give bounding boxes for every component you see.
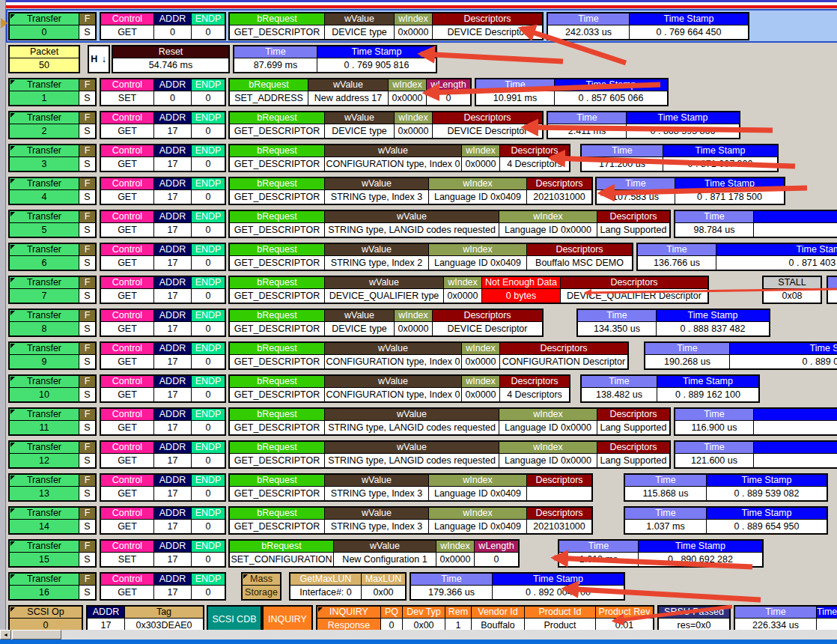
transfer-2-endp[interactable]: ENDP0	[192, 112, 225, 138]
transfer-2[interactable]: Transfer2FSControlGETADDR17ENDP0bRequest…	[0, 111, 837, 139]
transfer-12-endp[interactable]: ENDP0	[192, 442, 225, 467]
scsi-op-0-inquiry[interactable]: INQUIRYResponse	[317, 607, 380, 632]
transfer-16-control[interactable]: ControlGET	[101, 574, 153, 599]
scsi-op-0-srsu-passed[interactable]: SRSU Passedres=0x0	[659, 607, 729, 632]
transfer-9-brequest[interactable]: bRequestGET_DESCRIPTOR	[230, 343, 324, 368]
transfer-8-windex[interactable]: wIndex0x0000	[395, 310, 432, 335]
transfer-0[interactable]: Transfer0FSControlGETADDR0ENDP0bRequestG…	[0, 12, 837, 40]
scsi-op-0-time[interactable]: Time226.334 us	[735, 607, 816, 632]
transfer-5-time[interactable]: Time98.784 us	[675, 211, 753, 237]
transfer-4-windex[interactable]: wIndexLanguage ID 0x0409	[429, 178, 526, 204]
scsi-op-0-scsi-op[interactable]: SCSI Op0	[10, 607, 82, 632]
horizontal-scrollbar[interactable]: ◄	[0, 630, 837, 640]
transfer-5-addr[interactable]: ADDR17	[154, 211, 191, 237]
transfer-4-wvalue[interactable]: wValueSTRING type, Index 3	[325, 178, 428, 204]
transfer-8-wvalue[interactable]: wValueDEVICE type	[325, 310, 394, 335]
transfer-9-time-stamp[interactable]: Time Stamp0 . 889 017 000	[730, 343, 837, 368]
transfer-2-time-stamp[interactable]: Time Stamp0 . 868 595 866	[627, 112, 739, 138]
transfer-14-brequest[interactable]: bRequestGET_DESCRIPTOR	[230, 508, 324, 533]
transfer-6-time-stamp[interactable]: Time Stamp0 . 871 403 500	[716, 244, 837, 270]
transfer-12-f[interactable]: FS	[79, 442, 95, 467]
transfer-1-windex[interactable]: wIndex0x0000	[389, 79, 426, 105]
transfer-3-time[interactable]: Time171.200 us	[582, 145, 663, 171]
expand-marker-icon[interactable]	[243, 574, 248, 579]
transfer-7-transfer[interactable]: Transfer7	[10, 277, 79, 303]
transfer-5-endp[interactable]: ENDP0	[192, 211, 225, 237]
transfer-13[interactable]: Transfer13FSControlGETADDR17ENDP0bReques…	[0, 473, 837, 502]
scrollbar-thumb[interactable]	[12, 630, 61, 640]
transfer-10-time-stamp[interactable]: Time Stamp0 . 889 162 100	[657, 376, 758, 401]
transfer-7-descriptors[interactable]: DescriptorsDEVICE_QUALIFIER Descriptor	[561, 277, 707, 303]
transfer-6-brequest[interactable]: bRequestGET_DESCRIPTOR	[230, 244, 324, 270]
transfer-7[interactable]: Transfer7FSControlGETADDR17ENDP0bRequest…	[0, 276, 837, 304]
transfer-6-transfer[interactable]: Transfer6	[10, 244, 79, 270]
transfer-5-f[interactable]: FS	[79, 211, 95, 237]
transfer-12-windex[interactable]: wIndexLanguage ID 0x0000	[499, 442, 597, 467]
packet-50[interactable]: Packet50H ↓Reset54.746 msTime87.699 msTi…	[0, 45, 837, 73]
transfer-15-transfer[interactable]: Transfer15	[10, 541, 79, 566]
transfer-11[interactable]: Transfer11FSControlGETADDR17ENDP0bReques…	[0, 407, 837, 436]
scroll-left-button[interactable]: ◄	[0, 630, 11, 640]
transfer-0-f[interactable]: FS	[79, 13, 95, 39]
transfer-11-wvalue[interactable]: wValueSTRING type, LANGID codes requeste…	[325, 409, 499, 434]
transfer-9-addr[interactable]: ADDR17	[154, 343, 191, 368]
transfer-14-f[interactable]: FS	[79, 508, 95, 533]
transfer-13-windex[interactable]: wIndexLanguage ID 0x0409	[429, 475, 526, 500]
scsi-op-0-addr[interactable]: ADDR17	[88, 607, 124, 632]
transfer-1-endp[interactable]: ENDP0	[192, 79, 225, 105]
transfer-6-f[interactable]: FS	[79, 244, 95, 270]
transfer-16-getmaxlun[interactable]: GetMaxLUNInterface#: 0	[290, 574, 361, 599]
expand-marker-icon[interactable]	[10, 14, 15, 19]
transfer-9-descriptors[interactable]: DescriptorsCONFIGURATION Descriptor	[500, 343, 627, 368]
packet-50-time-stamp[interactable]: Time Stamp0 . 769 905 816	[317, 46, 436, 72]
transfer-16-time[interactable]: Time179.366 us	[411, 574, 492, 599]
transfer-14-time-stamp[interactable]: Time Stamp0 . 889 654 950	[707, 508, 827, 533]
transfer-3-endp[interactable]: ENDP0	[192, 145, 225, 171]
transfer-15-endp[interactable]: ENDP0	[192, 541, 225, 566]
scsi-op-0-tag[interactable]: Tag0x303DEAE0	[125, 607, 203, 632]
transfer-1-transfer[interactable]: Transfer1	[10, 79, 79, 105]
transfer-5-windex[interactable]: wIndexLanguage ID 0x0000	[499, 211, 597, 237]
transfer-16-addr[interactable]: ADDR17	[154, 574, 191, 599]
transfer-0-time-stamp[interactable]: Time Stamp0 . 769 664 450	[630, 13, 748, 39]
transfer-7-endp[interactable]: ENDP0	[192, 277, 225, 303]
expand-marker-icon[interactable]	[318, 607, 323, 612]
transfer-11-brequest[interactable]: bRequestGET_DESCRIPTOR	[230, 409, 324, 434]
transfer-7-control[interactable]: ControlGET	[101, 277, 153, 303]
transfer-5-control[interactable]: ControlGET	[101, 211, 153, 237]
transfer-7-addr[interactable]: ADDR17	[154, 277, 191, 303]
transfer-13-transfer[interactable]: Transfer13	[10, 475, 79, 500]
transfer-8-time-stamp[interactable]: Time Stamp0 . 888 837 482	[657, 310, 769, 335]
transfer-6-descriptors[interactable]: DescriptorsBouffalo MSC DEMO	[527, 244, 632, 270]
transfer-11-transfer[interactable]: Transfer11	[10, 409, 79, 434]
transfer-11-control[interactable]: ControlGET	[101, 409, 153, 434]
transfer-3-f[interactable]: FS	[79, 145, 95, 171]
transfer-2-windex[interactable]: wIndex0x0000	[395, 112, 432, 138]
expand-marker-icon[interactable]	[10, 377, 15, 381]
transfer-11-endp[interactable]: ENDP0	[192, 409, 225, 434]
expand-marker-icon[interactable]	[10, 410, 15, 414]
transfer-12-descriptors[interactable]: DescriptorsLang Supported	[597, 442, 669, 467]
transfer-14-control[interactable]: ControlGET	[101, 508, 153, 533]
scsi-op-0-dev-typ[interactable]: Dev Typ0x00	[403, 607, 445, 632]
transfer-2-transfer[interactable]: Transfer2	[10, 112, 79, 138]
transfer-11-addr[interactable]: ADDR17	[154, 409, 191, 434]
transfer-15-control[interactable]: ControlSET	[101, 541, 153, 566]
transfer-7-wvalue[interactable]: wValueDEVICE_QUALIFIER type	[325, 277, 443, 303]
transfer-2-descriptors[interactable]: DescriptorsDEVICE Descriptor	[433, 112, 542, 138]
transfer-8-addr[interactable]: ADDR17	[154, 310, 191, 335]
transfer-11-descriptors[interactable]: DescriptorsLang Supported	[597, 409, 669, 434]
transfer-15-time[interactable]: Time1.012 ms	[559, 541, 638, 566]
transfer-14-time[interactable]: Time1.037 ms	[625, 508, 706, 533]
transfer-1-wvalue[interactable]: wValueNew address 17	[308, 79, 388, 105]
transfer-10-wvalue[interactable]: wValueCONFIGURATION type, Index 0	[325, 376, 461, 401]
transfer-16-transfer[interactable]: Transfer16	[10, 574, 79, 599]
expand-marker-icon[interactable]	[10, 113, 15, 118]
transfer-3-time-stamp[interactable]: Time Stamp0 . 871 007 300	[663, 145, 777, 171]
packet-50-packet[interactable]: Packet50	[10, 46, 79, 72]
transfer-12[interactable]: Transfer12FSControlGETADDR17ENDP0bReques…	[0, 440, 837, 469]
transfer-10-descriptors[interactable]: Descriptors4 Descriptors	[500, 376, 569, 401]
transfer-12-time-stamp[interactable]: Time Stamp	[754, 442, 837, 467]
scsi-op-0-time-stamp[interactable]: Time Stamp	[817, 607, 837, 632]
transfer-6-endp[interactable]: ENDP0	[192, 244, 225, 270]
